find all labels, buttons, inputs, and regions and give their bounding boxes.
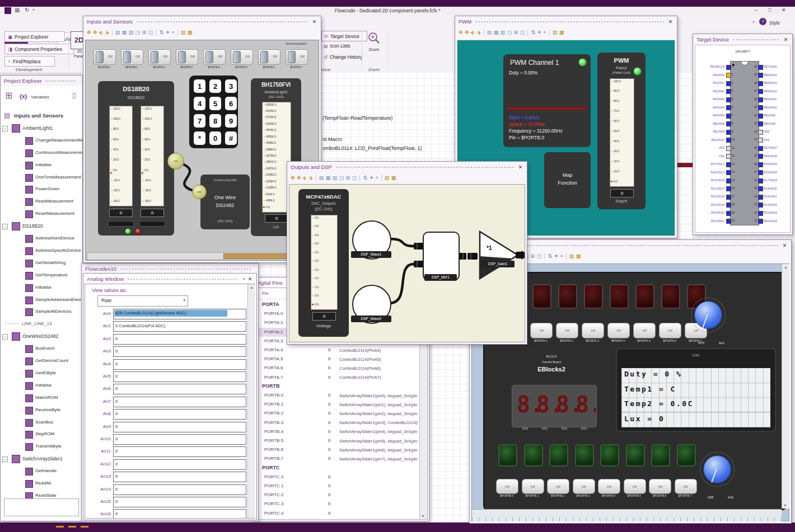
chip-pin[interactable] <box>758 211 763 216</box>
chip-pin[interactable] <box>726 203 731 208</box>
tree-item-onetimemeasurement[interactable]: OneTimeMeasurement <box>1 172 82 183</box>
tree-item-ambientlight1[interactable]: –AmbientLight1 <box>1 123 82 134</box>
tree-item-changemeasurementmode[interactable]: ChangeMeasurementMode <box>1 135 82 147</box>
variables-icon[interactable]: {x} <box>20 93 27 100</box>
tree-item-matchrom[interactable]: MatchROM <box>1 392 82 404</box>
chip-pin[interactable] <box>726 154 731 159</box>
toolbar-icon[interactable]: ▩ <box>576 253 581 260</box>
pin-row-porta.5[interactable]: PORTA.50ComboBL0114(PinA5) <box>254 355 419 364</box>
tree-item-getidbyte[interactable]: GetIDByte <box>1 368 82 379</box>
tree-expander-icon[interactable]: – <box>2 224 8 229</box>
close-icon[interactable]: ✕ <box>782 243 788 248</box>
tree-item-scanbus[interactable]: ScanBus <box>1 417 82 429</box>
toolbar-icon[interactable]: ✦ <box>165 29 170 36</box>
pin-row-portc.2[interactable]: PORTC.20 <box>254 491 419 500</box>
chip-pin[interactable] <box>758 105 763 110</box>
portb-button-3[interactable]: Off <box>573 479 595 494</box>
connector-node[interactable]: (All) <box>167 153 184 170</box>
analog-value-field-an4[interactable]: 0 <box>113 359 246 370</box>
analog-value-field-an8[interactable]: 0 <box>113 409 246 420</box>
tree-item-powerdown[interactable]: PowerDown <box>1 183 82 195</box>
tree-item-readall[interactable]: ReadAll <box>1 478 82 489</box>
port-group-row-portb[interactable]: ▾PORTB <box>254 382 419 391</box>
tree-item-addressnextdevice[interactable]: AddressNextDevice <box>1 233 82 244</box>
connector-node[interactable]: (All) <box>192 185 207 199</box>
style-menu[interactable]: Style <box>769 20 780 26</box>
analog-value-field-an11[interactable]: 0 <box>113 446 246 457</box>
pin-row-porta.7[interactable]: PORTA.70ComboBL0114(PinA7) <box>254 373 419 382</box>
project-tree[interactable]: ▤Inputs and Sensors–AmbientLight1ChangeM… <box>1 108 82 519</box>
project-explorer-button[interactable]: ▣ Project Explorer <box>4 31 65 42</box>
toolbar-icon[interactable]: ▩ <box>391 175 396 181</box>
view-icon-lists-toggle[interactable]: ▤ Icon Lists <box>324 43 350 49</box>
tree-item-busevent[interactable]: BusEvent <box>1 343 82 355</box>
pin-row-portc.5[interactable]: PORTC.50 <box>254 518 419 519</box>
analog-value-field-an2[interactable]: 0 <box>113 334 246 345</box>
chip-pin[interactable] <box>726 162 731 167</box>
toolbar-icon[interactable]: ⇅ <box>159 29 163 36</box>
scroll-down-icon[interactable]: ▼ <box>421 514 425 518</box>
analog-scrollbar[interactable]: ▲ <box>247 284 255 518</box>
porta-button-5[interactable]: Off <box>633 323 656 338</box>
toolbar-icon[interactable]: ▦ <box>122 29 127 36</box>
toolbar-icon[interactable]: ▦ <box>326 175 331 181</box>
tree-expander-icon[interactable]: – <box>2 456 8 462</box>
close-icon[interactable]: ✕ <box>311 19 317 25</box>
toolbar-icon[interactable]: ✥ <box>291 175 295 181</box>
toolbar-icon[interactable]: ▩ <box>188 29 193 36</box>
tree-item-resetmeasurement[interactable]: ResetMeasurement <box>1 208 82 220</box>
tree-expander-icon[interactable]: – <box>2 126 8 131</box>
pin-row-portc.4[interactable]: PORTC.40 <box>254 509 419 518</box>
chip-icon[interactable]: ▯ <box>72 91 76 99</box>
tree-expander-icon[interactable]: – <box>2 334 8 340</box>
port-group-row-portc[interactable]: ▾PORTC <box>254 464 419 473</box>
chip-pin[interactable] <box>726 81 731 86</box>
analog-value-field-an16[interactable]: 0 <box>113 509 246 518</box>
tree-item-sampleaddresseddevice[interactable]: SampleAddressedDevice <box>1 294 82 306</box>
toolbar-icon[interactable]: ⬖ <box>471 29 475 36</box>
tree-item-gethandle[interactable]: GetHandle <box>1 465 82 477</box>
chip-pin[interactable] <box>758 89 763 94</box>
pin-row-porta.6[interactable]: PORTA.60ComboBL0114(PinA6) <box>254 364 419 373</box>
chip-pin[interactable] <box>758 121 763 126</box>
chip-pin[interactable] <box>726 178 731 183</box>
scroll-up-icon[interactable]: ▲ <box>782 265 789 269</box>
pin-row-portb.6[interactable]: PORTB.60SwitchArraySlider1(pin6), keypad… <box>254 445 419 454</box>
chip-pin[interactable] <box>758 146 763 151</box>
pin-row-porta.4[interactable]: PORTA.40ComboBL0114(PinA4) <box>254 346 419 355</box>
portb-button-7[interactable]: Off <box>675 479 697 494</box>
toolbar-icon[interactable]: ◳ <box>135 29 141 36</box>
dsp-mix-component[interactable] <box>423 232 460 281</box>
tree-item-skiprom[interactable]: SkipROM <box>1 429 82 440</box>
help-icon[interactable]: ? <box>759 18 766 25</box>
scroll-down-icon[interactable]: ▼ <box>783 503 787 507</box>
chip-pin[interactable] <box>726 186 731 191</box>
analog-value-field-an15[interactable]: 0 <box>113 497 246 507</box>
chip-pin[interactable] <box>758 114 763 119</box>
chip-pin[interactable] <box>758 170 763 175</box>
analog-value-field-an9[interactable]: 0 <box>113 422 246 432</box>
minimize-button[interactable]: ‒ <box>755 7 757 13</box>
chip-pin[interactable] <box>726 121 731 126</box>
pin-row-portc.1[interactable]: PORTC.10 <box>254 482 419 491</box>
quickbar-dropdown-icon[interactable]: ▾ <box>32 8 35 12</box>
pin-row-portb.1[interactable]: PORTB.10SwitchArraySlider1(pin1), keypad… <box>254 400 419 409</box>
toolbar-icon[interactable]: ▧ <box>333 175 338 181</box>
toolbar-icon[interactable]: ⌖ <box>560 253 563 260</box>
analog-value-field-an5[interactable]: 0 <box>113 371 246 382</box>
toolbar-icon[interactable]: ⬖ <box>303 175 307 181</box>
chip-pin[interactable] <box>758 65 763 70</box>
toolbar-icon[interactable]: ⊞ <box>142 29 147 36</box>
pin-row-portb.4[interactable]: PORTB.40SwitchArraySlider1(pin4), keypad… <box>254 427 419 436</box>
toolbar-icon[interactable]: ✦ <box>537 29 541 36</box>
slider-marker[interactable]: ► <box>610 180 614 183</box>
porta-button-2[interactable]: Off <box>556 323 578 338</box>
toolbar-icon[interactable]: ▦ <box>494 29 499 36</box>
toolbar-icon[interactable]: ◫ <box>352 175 357 181</box>
toolbar-icon[interactable]: ⬖ <box>99 29 103 36</box>
toolbar-icon[interactable]: ▤ <box>115 29 120 36</box>
chip-pin[interactable] <box>758 219 763 224</box>
pin-row-portb.5[interactable]: PORTB.50SwitchArraySlider1(pin5), keypad… <box>254 436 419 445</box>
toolbar-icon[interactable]: ✥ <box>93 29 97 36</box>
porta-button-4[interactable]: Off <box>607 323 630 338</box>
